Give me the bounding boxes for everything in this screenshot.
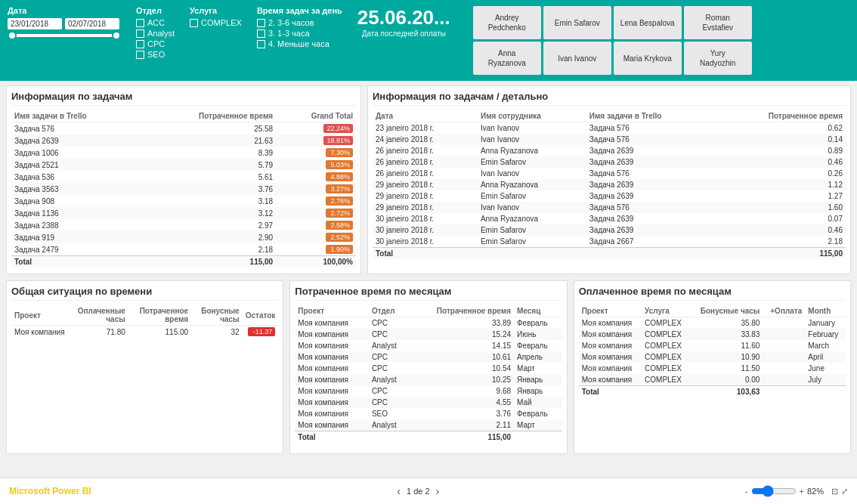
col-proj3: Проект: [579, 305, 642, 317]
table-row: Задача 2521 5.79 5.03%: [11, 159, 356, 171]
table-row: Моя компанияCOMPLEX33.83February: [579, 329, 846, 340]
top-section: Информация по задачам Имя задачи в Trell…: [6, 85, 851, 274]
task-time: 5.61: [142, 171, 276, 183]
tasks-detail-title: Информация по задачам / детально: [373, 91, 846, 106]
person-yury[interactable]: YuryNadyozhin: [684, 42, 752, 75]
time-opt2[interactable]: 3. 1-3 часа: [257, 29, 342, 38]
table-row: Моя компанияCPC15.24Июнь: [295, 329, 562, 340]
task-time: 25.58: [142, 122, 276, 135]
col-proj2: Проект: [295, 305, 369, 317]
dept-analyst[interactable]: Analyst: [136, 29, 175, 38]
task-time: 2.18: [142, 243, 276, 256]
cb-seo: [136, 51, 144, 59]
fit-icon[interactable]: ⊡: [831, 487, 838, 496]
total-row: Total115,00100,00%: [11, 256, 356, 268]
col-dept: Отдел: [369, 305, 409, 317]
big-sub: Дата последней оплаты: [362, 29, 446, 38]
remainder: -11.37: [243, 326, 279, 339]
task-name: Задача 2479: [11, 243, 142, 256]
table-row: Задача 2639 21.63 18.81%: [11, 135, 356, 147]
paid-month-table: Проект Услуга Бонусные часы +Оплата Mont…: [579, 305, 846, 397]
person-ivan[interactable]: Ivan Ivanov: [543, 42, 611, 75]
proj-name: Моя компания: [11, 326, 68, 339]
pbi-link[interactable]: Microsoft Power BI: [9, 486, 91, 496]
table-row: 26 janeiro 2018 г.Emin SafarovЗадача 263…: [373, 156, 846, 168]
zoom-slider[interactable]: [751, 485, 797, 497]
task-time: 5.79: [142, 159, 276, 171]
table-row: Задача 576 25.58 22.24%: [11, 122, 356, 135]
task-time: 2.97: [142, 219, 276, 231]
cb-time3: [257, 40, 265, 48]
col-plus: +Оплата: [763, 305, 805, 317]
expand-icon[interactable]: ⤢: [841, 487, 848, 496]
next-page[interactable]: ›: [436, 485, 440, 497]
overall-time-panel: Общая ситуация по времени Проект Оплачен…: [6, 280, 283, 454]
total-row: Total115,00: [373, 248, 846, 260]
dept-cpc[interactable]: CPC: [136, 39, 175, 48]
table-row: Моя компанияCOMPLEX10.90April: [579, 351, 846, 363]
task-pct: 2.58%: [276, 219, 356, 231]
table-row: Моя компанияCOMPLEX11.60March: [579, 340, 846, 351]
person-emin[interactable]: Emin Safarov: [543, 6, 611, 39]
service-complex[interactable]: COMPLEX: [190, 18, 242, 27]
col-time: Потраченное время: [142, 110, 276, 122]
time-opt1[interactable]: 2. 3-6 часов: [257, 18, 342, 27]
task-name: Задача 3563: [11, 183, 142, 195]
table-row: Задача 2479 2.18 1.90%: [11, 243, 356, 256]
spent-month-title: Потраченное время по месяцам: [295, 286, 562, 301]
tasks-panel: Информация по задачам Имя задачи в Trell…: [6, 85, 361, 274]
table-row: Моя компанияCPC33.89Февраль: [295, 317, 562, 329]
col-grand: Grand Total: [276, 110, 356, 122]
date-slider[interactable]: [8, 34, 121, 37]
paid-hrs: 71.80: [68, 326, 128, 339]
zoom-minus[interactable]: -: [745, 487, 748, 496]
table-row: 30 janeiro 2018 г.Emin SafarovЗадача 266…: [373, 236, 846, 248]
task-pct: 3.27%: [276, 183, 356, 195]
dept-seo[interactable]: SEO: [136, 50, 175, 59]
table-row: Моя компанияCOMPLEX35.80January: [579, 317, 846, 329]
person-andrey[interactable]: AndreyPedchenko: [473, 6, 541, 39]
table-row: Задача 908 3.18 2.76%: [11, 195, 356, 207]
task-name: Задача 2639: [11, 135, 142, 147]
time-label: Время задач за день: [257, 6, 342, 15]
col-proj: Проект: [11, 305, 68, 326]
person-anna[interactable]: AnnaRyazanova: [473, 42, 541, 75]
prev-page[interactable]: ‹: [397, 485, 401, 497]
tasks-detail-panel: Информация по задачам / детально Дата Им…: [367, 85, 851, 274]
col-date: Дата: [373, 110, 478, 122]
slider-thumb-left[interactable]: [8, 31, 17, 40]
col-task: Имя задачи в Trello: [586, 110, 714, 122]
overall-table: Проект Оплаченные часы Потраченное время…: [11, 305, 278, 338]
paid-month-panel: Оплаченное время по месяцам Проект Услуг…: [574, 280, 851, 454]
top-filter-bar: Дата Отдел ACC Analyst CPC SEO Услуга CO…: [0, 0, 857, 81]
page-indicator: 1 de 2: [407, 487, 430, 496]
main-content: Информация по задачам Имя задачи в Trell…: [0, 81, 857, 459]
table-row: Задача 2388 2.97 2.58%: [11, 219, 356, 231]
time-opt3[interactable]: 4. Меньше часа: [257, 39, 342, 48]
task-pct: 22.24%: [276, 122, 356, 135]
person-roman[interactable]: RomanEvstafiev: [684, 6, 752, 39]
task-time: 2.90: [142, 231, 276, 243]
col-month2: Month: [805, 305, 846, 317]
slider-thumb-right[interactable]: [112, 31, 121, 40]
overall-title: Общая ситуация по времени: [11, 286, 278, 301]
person-lena[interactable]: Lena Bespalova: [614, 6, 682, 39]
table-row: Моя компанияCPC4.55Май: [295, 397, 562, 408]
dept-acc[interactable]: ACC: [136, 18, 175, 27]
table-row: 26 janeiro 2018 г.Anna RyazanovaЗадача 2…: [373, 145, 846, 156]
task-name: Задача 2388: [11, 219, 142, 231]
service-filter: Услуга COMPLEX: [190, 6, 242, 27]
col-bonus: Бонусные часы: [191, 305, 242, 326]
task-name: Задача 536: [11, 171, 142, 183]
date-end[interactable]: [65, 18, 119, 29]
table-row: Задача 1006 8.39 7.30%: [11, 147, 356, 159]
date-start[interactable]: [8, 18, 62, 29]
dept-label: Отдел: [136, 6, 175, 15]
task-time: 3.76: [142, 183, 276, 195]
table-row: Моя компанияCPC10.61Апрель: [295, 351, 562, 363]
task-pct: 18.81%: [276, 135, 356, 147]
table-row: Моя компанияCPC9.68Январь: [295, 385, 562, 397]
person-maria[interactable]: Maria Krykova: [614, 42, 682, 75]
zoom-plus[interactable]: +: [800, 487, 804, 496]
col-service: Услуга: [642, 305, 690, 317]
